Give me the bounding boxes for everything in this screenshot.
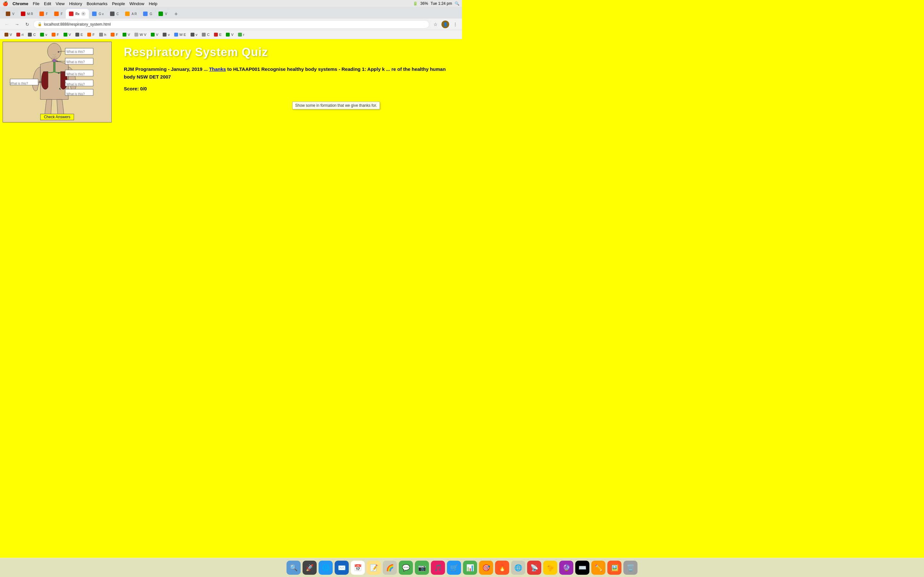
- tab-3[interactable]: F: [36, 9, 51, 19]
- bookmark-2[interactable]: ri: [15, 31, 25, 38]
- bookmark-7[interactable]: E: [73, 31, 85, 38]
- bookmark-6[interactable]: V: [61, 31, 73, 38]
- bm-1-label: V: [10, 33, 12, 37]
- answer-input-3[interactable]: [66, 73, 94, 76]
- bm-19-label: V: [231, 33, 233, 37]
- lock-icon: 🔒: [37, 22, 42, 27]
- bm-4-label: v: [45, 33, 47, 37]
- answer-input-2[interactable]: [66, 60, 94, 64]
- bookmark-11[interactable]: V: [121, 31, 132, 38]
- bookmark-17[interactable]: C: [200, 31, 212, 38]
- tab-9[interactable]: G: [140, 9, 155, 19]
- tab-9-label: G: [150, 12, 152, 16]
- bm-9-label: h: [104, 33, 106, 37]
- bm-18-favicon: [214, 33, 218, 37]
- tab-active-favicon: [69, 11, 73, 16]
- bookmark-8[interactable]: F: [86, 31, 97, 38]
- bookmark-14[interactable]: v: [161, 31, 172, 38]
- bm-19-favicon: [226, 33, 230, 37]
- bookmark-10[interactable]: F: [109, 31, 120, 38]
- address-bar: ← → ↻ 🔒 localhost:8888/respiratory_syste…: [0, 19, 462, 30]
- bookmark-1[interactable]: V: [3, 31, 14, 38]
- bookmark-star-icon[interactable]: ☆: [431, 20, 439, 29]
- quiz-info-panel: Respiratory System Quiz RJM Programming …: [114, 39, 462, 269]
- back-button[interactable]: ←: [3, 20, 11, 29]
- menu-bar: Chrome File Edit View History Bookmarks …: [13, 1, 157, 6]
- bm-12-favicon: [134, 33, 138, 37]
- tab-2-label: M R: [27, 12, 33, 16]
- score-display: Score: 0/0: [124, 86, 456, 91]
- tab-10[interactable]: V: [155, 9, 170, 19]
- tab-2-favicon: [21, 11, 25, 16]
- new-tab-button[interactable]: +: [172, 10, 181, 19]
- menu-window[interactable]: Window: [129, 1, 144, 6]
- tabs-bar: V M R F F Rx ✕ G v C A R G V +: [0, 7, 462, 19]
- menu-history[interactable]: History: [69, 1, 82, 6]
- bookmark-5[interactable]: F: [50, 31, 61, 38]
- menu-chrome[interactable]: Chrome: [13, 1, 28, 6]
- tab-4-favicon: [54, 11, 59, 16]
- bm-14-label: v: [168, 33, 170, 37]
- bookmark-13[interactable]: V: [149, 31, 160, 38]
- check-answers-button[interactable]: Check Answers: [40, 114, 74, 120]
- tab-2[interactable]: M R: [18, 9, 36, 19]
- tab-7-favicon: [110, 11, 115, 16]
- answer-input-5[interactable]: [66, 92, 94, 96]
- clock: Tue 1:24 pm: [431, 1, 452, 6]
- bm-2-label: ri: [21, 33, 23, 37]
- menu-help[interactable]: Help: [149, 1, 158, 6]
- user-profile-icon[interactable]: 👤: [441, 21, 449, 28]
- menu-file[interactable]: File: [33, 1, 39, 6]
- reload-button[interactable]: ↻: [23, 20, 31, 29]
- tab-1-label: V: [12, 12, 15, 16]
- input-wrapper-1: [65, 48, 94, 55]
- input-wrapper-5: [65, 91, 94, 97]
- tab-1-favicon: [6, 11, 10, 16]
- bm-18-label: E: [219, 33, 221, 37]
- bm-16-label: v: [196, 33, 198, 37]
- answer-input-6[interactable]: [10, 82, 37, 85]
- apple-logo: 🍎: [3, 1, 8, 6]
- bookmark-16[interactable]: v: [189, 31, 200, 38]
- search-icon[interactable]: 🔍: [455, 1, 459, 6]
- bm-17-favicon: [202, 33, 206, 37]
- tab-active[interactable]: Rx ✕: [66, 9, 89, 19]
- tab-7[interactable]: C: [107, 9, 122, 19]
- tab-10-label: V: [165, 12, 167, 16]
- bookmark-19[interactable]: V: [224, 31, 235, 38]
- bookmark-9[interactable]: h: [97, 31, 108, 38]
- bm-16-favicon: [191, 33, 194, 37]
- menu-view[interactable]: View: [55, 1, 65, 6]
- description-part2: to HLTAAP001 Recognise healthy body syst…: [226, 66, 384, 72]
- bookmark-4[interactable]: v: [38, 31, 49, 38]
- tab-3-label: F: [46, 12, 48, 16]
- bookmark-12[interactable]: W V: [132, 31, 148, 38]
- menu-bookmarks[interactable]: Bookmarks: [87, 1, 107, 6]
- menu-edit[interactable]: Edit: [44, 1, 51, 6]
- bm-20-favicon: [238, 33, 242, 37]
- tab-4[interactable]: F: [51, 9, 66, 19]
- bm-5-favicon: [52, 33, 55, 37]
- bookmarks-bar: V ri C v F V E F h F V W V: [0, 30, 462, 39]
- bm-12-label: W V: [140, 33, 146, 37]
- tab-8[interactable]: A R: [122, 9, 140, 19]
- tab-close-btn[interactable]: ✕: [81, 11, 86, 16]
- tab-7-label: C: [116, 12, 119, 16]
- bookmark-15[interactable]: W E: [172, 31, 188, 38]
- close-icon: ✕: [82, 12, 85, 15]
- bookmark-3[interactable]: C: [26, 31, 37, 38]
- bm-11-favicon: [123, 33, 126, 37]
- tab-6[interactable]: G v: [89, 9, 107, 19]
- forward-button[interactable]: →: [13, 20, 21, 29]
- bookmark-18[interactable]: E: [212, 31, 223, 38]
- bm-6-label: V: [69, 33, 71, 37]
- menu-dots-icon[interactable]: ⋮: [451, 20, 459, 29]
- bookmark-20[interactable]: r: [236, 31, 246, 38]
- menu-people[interactable]: People: [112, 1, 125, 6]
- answer-input-1[interactable]: [66, 50, 94, 53]
- tab-1[interactable]: V: [3, 9, 18, 19]
- answer-input-4[interactable]: [66, 83, 94, 86]
- thanks-link[interactable]: Thanks: [209, 66, 226, 72]
- address-input-container[interactable]: 🔒 localhost:8888/respiratory_system.html: [33, 20, 429, 29]
- input-wrapper-3: [65, 71, 94, 77]
